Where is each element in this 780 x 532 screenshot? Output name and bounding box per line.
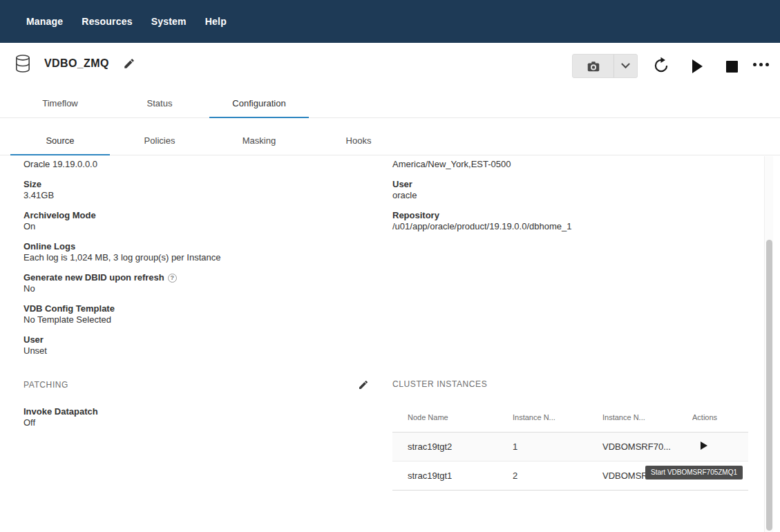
subtab-policies[interactable]: Policies (110, 126, 209, 155)
field-value: oracle (392, 190, 748, 201)
field-value: America/New_York,EST-0500 (392, 159, 748, 170)
detail-field: America/New_York,EST-0500 (392, 159, 748, 170)
ellipsis-icon (753, 63, 757, 66)
field-label: Invoke Datapatch (23, 406, 369, 417)
patching-title: PATCHING (23, 380, 68, 390)
chevron-down-icon (621, 59, 630, 68)
column-header-node-name: Node Name (392, 413, 497, 421)
start-vdb-button[interactable] (687, 57, 707, 75)
snapshot-button[interactable] (572, 54, 638, 78)
tab-status[interactable]: Status (110, 89, 209, 117)
cell-node-name: strac19tgt1 (392, 471, 497, 481)
page-header: VDBO_ZMQ (14, 54, 135, 73)
detail-field: Size 3.41GB (23, 179, 369, 201)
cluster-instances-title: CLUSTER INSTANCES (392, 379, 748, 389)
detail-field: Online Logs Each log is 1,024 MB, 3 log … (23, 241, 369, 263)
field-value: 3.41GB (23, 190, 369, 201)
cell-instance-name: VDBOMSRF70... (587, 441, 677, 452)
source-details-left-column: Oracle 19.19.0.0.0 Size 3.41GB Archivelo… (23, 159, 369, 365)
tab-timeflow[interactable]: Timeflow (10, 89, 110, 117)
stop-icon (726, 61, 738, 73)
field-label: Size (23, 179, 369, 190)
cluster-instances-section: CLUSTER INSTANCES Node Name Instance N..… (392, 379, 748, 491)
field-label: Online Logs (23, 241, 369, 252)
refresh-button[interactable] (651, 56, 672, 77)
detail-field: User oracle (392, 179, 748, 201)
stop-vdb-button[interactable] (723, 57, 741, 75)
subtab-hooks[interactable]: Hooks (309, 126, 408, 155)
top-navigation: Manage Resources System Help (0, 0, 780, 43)
snapshot-dropdown-button[interactable] (613, 55, 637, 77)
ellipsis-icon (759, 63, 763, 66)
field-value: No (23, 283, 369, 294)
detail-field: Repository /u01/app/oracle/product/19.19… (392, 210, 748, 232)
field-label: User (23, 334, 369, 345)
field-value: Each log is 1,024 MB, 3 log group(s) per… (23, 252, 369, 263)
main-tabs: Timeflow Status Configuration (0, 89, 780, 118)
column-header-instance-name: Instance N... (587, 413, 677, 421)
cell-instance-number: 1 (497, 441, 587, 452)
detail-field: Archivelog Mode On (23, 210, 369, 232)
configuration-subtabs: Source Policies Masking Hooks (0, 126, 780, 155)
refresh-icon (652, 57, 670, 77)
detail-field: VDB Config Template No Template Selected (23, 303, 369, 325)
patching-section: PATCHING Invoke Datapatch Off (23, 379, 369, 437)
tab-configuration[interactable]: Configuration (209, 89, 309, 117)
table-row[interactable]: strac19tgt2 1 VDBOMSRF70... (392, 433, 748, 462)
page-title: VDBO_ZMQ (44, 57, 109, 70)
detail-field: User Unset (23, 334, 369, 357)
help-icon[interactable]: ? (168, 274, 177, 283)
start-instance-button[interactable] (701, 441, 707, 450)
field-value: Off (23, 417, 369, 428)
database-icon (14, 54, 32, 73)
field-value: /u01/app/oracle/product/19.19.0.0/dbhome… (392, 221, 748, 232)
scrollbar-thumb[interactable] (766, 240, 772, 531)
detail-field: Invoke Datapatch Off (23, 406, 369, 428)
source-details-right-column: America/New_York,EST-0500 User oracle Re… (392, 159, 748, 241)
nav-help[interactable]: Help (205, 16, 227, 27)
table-header-row: Node Name Instance N... Instance N... Ac… (392, 402, 748, 433)
ellipsis-icon (765, 63, 769, 66)
nav-system[interactable]: System (151, 16, 187, 27)
play-icon (692, 59, 703, 73)
field-label: Archivelog Mode (23, 210, 369, 221)
app-window: Manage Resources System Help VDBO_ZMQ (0, 0, 780, 532)
play-icon (701, 441, 707, 450)
field-value: No Template Selected (23, 314, 369, 325)
cell-instance-number: 2 (497, 471, 587, 481)
edit-patching-pencil-icon[interactable] (358, 379, 369, 390)
cell-node-name: strac19tgt2 (392, 441, 497, 452)
edit-title-pencil-icon[interactable] (123, 57, 135, 70)
field-label: Repository (392, 210, 748, 221)
field-value: Unset (23, 345, 369, 357)
field-label: VDB Config Template (23, 303, 369, 314)
nav-resources[interactable]: Resources (82, 16, 132, 27)
field-value: On (23, 221, 369, 232)
field-label: Generate new DBID upon refresh? (23, 272, 369, 283)
subtab-source[interactable]: Source (10, 126, 110, 155)
start-instance-tooltip: Start VDBOMSRF705ZMQ1 (645, 466, 743, 479)
column-header-actions: Actions (677, 413, 748, 421)
camera-icon (573, 55, 613, 77)
more-actions-button[interactable] (749, 58, 772, 70)
column-header-instance-number: Instance N... (497, 413, 587, 421)
detail-field: Oracle 19.19.0.0.0 (23, 159, 369, 170)
field-label: User (392, 179, 748, 190)
subtab-masking[interactable]: Masking (209, 126, 309, 155)
field-value: Oracle 19.19.0.0.0 (23, 159, 369, 170)
vertical-scrollbar[interactable] (764, 156, 773, 532)
detail-field: Generate new DBID upon refresh? No (23, 272, 369, 294)
source-panel: Oracle 19.19.0.0.0 Size 3.41GB Archivelo… (0, 156, 764, 532)
nav-manage[interactable]: Manage (26, 16, 63, 27)
